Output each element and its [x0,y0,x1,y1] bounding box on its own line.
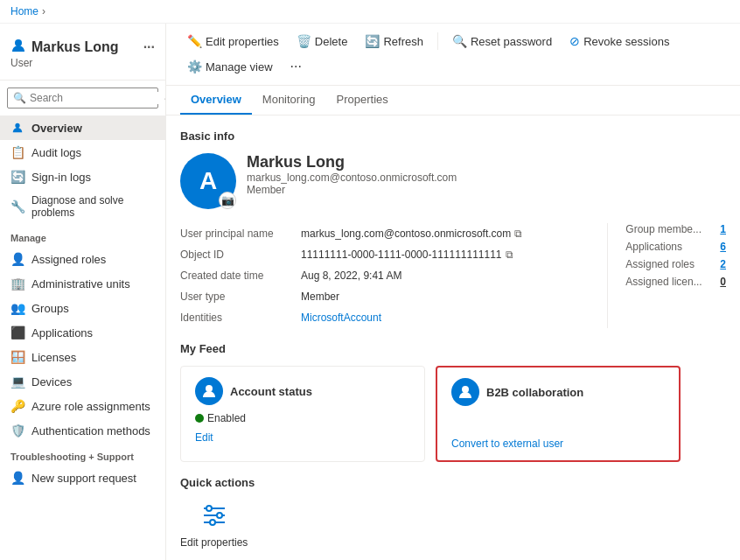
stat-label-groups: Group membe... [625,223,713,235]
edit-icon: ✏️ [187,34,202,48]
search-input[interactable] [30,92,161,104]
applications-icon: ⬛ [10,326,24,340]
revoke-sessions-button[interactable]: ⊘ Revoke sessions [562,31,676,52]
revoke-icon: ⊘ [569,34,580,48]
status-enabled-dot [195,414,204,423]
sidebar-item-azure-role[interactable]: 🔑 Azure role assignments [0,394,165,418]
manage-view-label: Manage view [206,60,273,74]
account-status-row: Enabled [195,412,410,424]
edit-properties-button[interactable]: ✏️ Edit properties [180,31,286,52]
prop-upn: User principal name markus_long.com@cont… [180,223,593,244]
svg-point-2 [206,385,213,392]
identities-link[interactable]: MicrosoftAccount [301,312,381,324]
quick-action-edit-label: Edit properties [180,536,248,549]
stat-value-groups[interactable]: 1 [720,223,726,235]
sidebar-item-label-devices: Devices [31,375,72,388]
sidebar-item-groups[interactable]: 👥 Groups [0,296,165,320]
overview-icon [10,121,24,135]
tab-properties[interactable]: Properties [326,86,399,115]
my-feed-section: My Feed Account status Enabled [180,342,726,462]
sidebar-item-assigned-roles[interactable]: 👤 Assigned roles [0,247,165,271]
sidebar-item-label-admin: Administrative units [31,277,130,290]
prop-object-id-label: Object ID [180,248,294,261]
sidebar-item-licenses[interactable]: 🪟 Licenses [0,345,165,369]
breadcrumb-home[interactable]: Home [10,5,38,18]
quick-action-items: Edit properties [180,500,726,549]
manage-view-button[interactable]: ⚙️ Manage view [180,56,280,77]
sidebar-item-audit-logs[interactable]: 📋 Audit logs [0,140,165,164]
sidebar-more-icon[interactable]: ··· [143,39,155,55]
b2b-title: B2B collaboration [486,386,583,399]
assigned-roles-icon: 👤 [10,252,24,266]
stat-value-roles[interactable]: 2 [720,258,726,270]
toolbar: ✏️ Edit properties 🗑️ Delete 🔄 Refresh 🔍… [166,24,740,86]
sidebar-item-devices[interactable]: 💻 Devices [0,369,165,394]
svg-point-1 [15,123,19,128]
diagnose-icon: 🔧 [10,200,24,214]
stats-panel: Group membe... 1 Applications 6 Assigned… [607,223,726,328]
prop-user-type-label: User type [180,290,294,303]
toolbar-separator [437,32,438,50]
sidebar-item-diagnose[interactable]: 🔧 Diagnose and solve problems [0,189,165,224]
sidebar-item-label-support: New support request [31,472,136,485]
stat-applications: Applications 6 [625,241,726,253]
sidebar-item-applications[interactable]: ⬛ Applications [0,320,165,345]
sidebar-item-overview[interactable]: Overview [0,116,165,140]
refresh-label: Refresh [383,35,423,48]
svg-point-9 [210,520,215,525]
breadcrumb-separator: › [42,5,45,18]
tab-overview[interactable]: Overview [180,86,252,115]
prop-upn-value: markus_long.com@contoso.onmicrosoft.com … [301,228,522,240]
search-box[interactable]: 🔍 « [7,88,158,108]
stat-assigned-roles: Assigned roles 2 [625,258,726,270]
sidebar-item-new-support[interactable]: 👤 New support request [0,466,165,490]
sidebar-item-label-diagnose: Diagnose and solve problems [31,194,155,219]
azure-role-icon: 🔑 [10,399,24,413]
feed-cards: Account status Enabled Edit [180,366,726,462]
stat-licenses: Assigned licen... 0 [625,276,726,288]
tab-monitoring[interactable]: Monitoring [252,86,326,115]
copy-oid-icon[interactable]: ⧉ [506,248,513,261]
stat-label-roles: Assigned roles [625,258,713,270]
prop-created-value: Aug 8, 2022, 9:41 AM [301,270,401,282]
licenses-icon: 🪟 [10,350,24,364]
copy-upn-icon[interactable]: ⧉ [514,228,522,240]
breadcrumb: Home › [0,0,740,24]
search-icon: 🔍 [13,92,26,104]
user-email: markus_long.com@contoso.onmicrosoft.com [247,172,457,184]
quick-action-edit-properties[interactable]: Edit properties [180,500,248,549]
b2b-convert-link[interactable]: Convert to external user [451,438,665,450]
stat-value-apps[interactable]: 6 [720,241,726,253]
user-icon [10,38,26,57]
delete-label: Delete [315,35,348,48]
support-section-header: Troubleshooting + Support [0,443,165,466]
account-status-edit-link[interactable]: Edit [195,431,410,444]
groups-icon: 👥 [10,301,24,315]
quick-actions-section: Quick actions [180,476,726,549]
sidebar-item-label-licenses: Licenses [31,351,76,364]
refresh-button[interactable]: 🔄 Refresh [358,31,430,52]
delete-button[interactable]: 🗑️ Delete [290,31,355,52]
sidebar-item-auth-methods[interactable]: 🛡️ Authentication methods [0,418,165,443]
reset-password-button[interactable]: 🔍 Reset password [445,31,559,52]
sidebar-item-admin-units[interactable]: 🏢 Administrative units [0,271,165,296]
toolbar-more-button[interactable]: ··· [283,55,309,78]
prop-upn-label: User principal name [180,228,294,240]
account-status-card: Account status Enabled Edit [180,366,425,462]
overview-panel: Basic info A 📷 Markus Long markus_long.c… [166,116,740,560]
account-status-value: Enabled [207,412,246,424]
sidebar-item-label-azure: Azure role assignments [31,400,150,413]
prop-object-id: Object ID 11111111-0000-1111-0000-111111… [180,244,593,265]
b2b-avatar [451,378,479,406]
audit-logs-icon: 📋 [10,145,24,159]
user-type: Member [247,184,457,196]
sidebar-item-signin-logs[interactable]: 🔄 Sign-in logs [0,164,165,189]
prop-identities: Identities MicrosoftAccount [180,307,593,328]
signin-icon: 🔄 [10,170,24,184]
stat-value-licenses[interactable]: 0 [720,276,726,288]
avatar-camera-button[interactable]: 📷 [219,192,236,209]
main-content: ✏️ Edit properties 🗑️ Delete 🔄 Refresh 🔍… [166,24,740,560]
delete-icon: 🗑️ [297,34,311,48]
devices-icon: 💻 [10,374,24,388]
sidebar-item-label-auth: Authentication methods [31,424,150,438]
